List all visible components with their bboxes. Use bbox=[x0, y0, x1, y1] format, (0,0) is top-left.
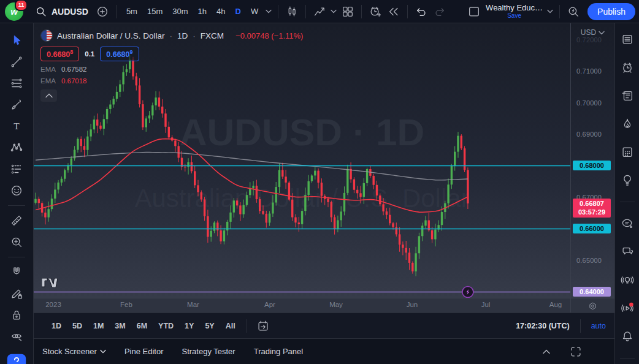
panel-tab-trading-panel[interactable]: Trading Panel bbox=[254, 347, 303, 356]
quick-search-button[interactable] bbox=[564, 2, 583, 21]
tool-xabcd-pattern[interactable] bbox=[6, 140, 27, 156]
panel-maximize-button[interactable] bbox=[567, 343, 585, 361]
publish-button[interactable]: Publish bbox=[587, 3, 635, 20]
trend-line-icon bbox=[10, 55, 23, 69]
price-tick: 0.71000 bbox=[576, 67, 602, 75]
tool-ruler[interactable] bbox=[6, 213, 27, 229]
price-scale[interactable]: USD 0.720000.710000.700000.690000.670000… bbox=[570, 23, 614, 298]
toolbar-left-group: w 11 AUDUSD 5m15m30m1h4hDW bbox=[0, 0, 449, 23]
bottom-panel-actions bbox=[537, 343, 606, 361]
sell-button[interactable]: 0.66808 bbox=[40, 47, 79, 61]
eye-hide-icon bbox=[10, 330, 23, 343]
tool-cursor[interactable] bbox=[6, 32, 27, 48]
timeframe-1h[interactable]: 1h bbox=[194, 4, 211, 18]
timeframe-W[interactable]: W bbox=[247, 4, 262, 18]
compare-add-button[interactable] bbox=[93, 2, 112, 21]
range-5Y[interactable]: 5Y bbox=[201, 319, 218, 333]
indicators-button[interactable] bbox=[310, 2, 329, 21]
sidebar-watchlist[interactable] bbox=[617, 31, 638, 47]
panel-tab-strategy-tester[interactable]: Strategy Tester bbox=[182, 347, 235, 356]
select-layout-button[interactable] bbox=[465, 2, 483, 21]
utc-clock[interactable]: 17:02:30 (UTC) bbox=[516, 322, 570, 330]
symbol-search-button[interactable]: AUDUSD bbox=[29, 2, 93, 21]
sidebar-ideas-bulb[interactable] bbox=[617, 172, 638, 188]
tool-text-tool[interactable]: T bbox=[6, 118, 27, 134]
undo-button[interactable] bbox=[412, 2, 430, 21]
ema-legend-2[interactable]: EMA 0.67018 bbox=[40, 77, 303, 85]
sidebar-news[interactable] bbox=[617, 88, 638, 104]
sidebar-bell[interactable] bbox=[617, 328, 638, 344]
scale-settings-gear[interactable] bbox=[570, 298, 614, 313]
draw-lock-icon bbox=[10, 287, 23, 300]
tradingview-watermark-logo[interactable] bbox=[42, 278, 58, 289]
panel-tab-stock-screener[interactable]: Stock Screener bbox=[42, 347, 106, 356]
redo-button[interactable] bbox=[430, 2, 449, 21]
tool-magnet[interactable] bbox=[6, 264, 27, 280]
range-All[interactable]: All bbox=[221, 319, 240, 333]
sidebar-live-ideas[interactable] bbox=[617, 272, 638, 288]
symbol-header[interactable]: Australian Dollar / U.S. Dollar · 1D · F… bbox=[40, 29, 303, 42]
sidebar-chat[interactable] bbox=[617, 244, 638, 260]
layout-grid-button[interactable] bbox=[339, 2, 357, 21]
tool-help-peek[interactable] bbox=[6, 350, 27, 364]
bottom-panel: Stock ScreenerPine EditorStrategy Tester… bbox=[34, 339, 614, 364]
app-logo[interactable]: w 11 bbox=[5, 2, 23, 21]
tool-fib-lines[interactable] bbox=[6, 75, 27, 91]
sidebar-hotlist-flame[interactable] bbox=[617, 116, 638, 132]
create-alert-button[interactable] bbox=[366, 2, 385, 21]
audusd-flag-icon bbox=[40, 29, 53, 42]
panel-tab-pine-editor[interactable]: Pine Editor bbox=[124, 347, 164, 356]
tool-zoom-in[interactable] bbox=[6, 234, 27, 250]
sidebar-alerts-clock[interactable] bbox=[617, 59, 638, 75]
minds-cloud-icon bbox=[621, 217, 634, 230]
range-5D[interactable]: 5D bbox=[68, 319, 86, 333]
time-label: Jun bbox=[407, 301, 418, 308]
price-tick: 0.70000 bbox=[576, 99, 602, 107]
layout-menu-button[interactable] bbox=[545, 2, 555, 21]
time-axis[interactable]: 2023FebMarAprMayJunJulAug bbox=[34, 298, 614, 313]
ema-legend-1[interactable]: EMA 0.67582 bbox=[40, 66, 303, 73]
timeframe-D[interactable]: D bbox=[231, 4, 245, 18]
alerts-clock-icon bbox=[621, 61, 634, 74]
panel-open-button[interactable] bbox=[537, 343, 556, 361]
timeframe-15m[interactable]: 15m bbox=[143, 4, 167, 18]
go-to-date-button[interactable] bbox=[254, 317, 272, 335]
range-1D[interactable]: 1D bbox=[47, 319, 66, 333]
lightning-replay-marker[interactable] bbox=[462, 287, 473, 298]
range-1Y[interactable]: 1Y bbox=[180, 319, 198, 333]
chart-style-button[interactable] bbox=[283, 2, 301, 21]
layout-name-menu[interactable]: Wealthy Educ… Save bbox=[486, 4, 543, 19]
tool-emoji[interactable] bbox=[6, 183, 27, 199]
forecast-icon bbox=[10, 162, 23, 176]
timeframe-menu-button[interactable] bbox=[264, 2, 274, 21]
ema2-value: 0.67018 bbox=[61, 77, 87, 85]
tool-trend-line[interactable] bbox=[6, 54, 27, 70]
chart-pane[interactable]: AUDUSD · 1D Australian Dollar / U.S. Dol… bbox=[34, 23, 570, 298]
time-label: Apr bbox=[264, 301, 275, 308]
timeframe-30m[interactable]: 30m bbox=[168, 4, 192, 18]
zoom-in-icon bbox=[10, 235, 23, 249]
news-icon bbox=[621, 89, 634, 102]
sidebar-calendar[interactable] bbox=[617, 144, 638, 160]
sidebar-streams-play[interactable] bbox=[617, 300, 638, 316]
tool-eye-hide[interactable] bbox=[6, 328, 27, 344]
last-price-value: 0.66807 bbox=[573, 200, 611, 208]
range-1M[interactable]: 1M bbox=[89, 319, 108, 333]
buy-button[interactable]: 0.66809 bbox=[100, 47, 139, 61]
sidebar-minds-cloud[interactable] bbox=[617, 216, 638, 232]
chevron-down-icon bbox=[266, 9, 272, 13]
tool-brush[interactable] bbox=[6, 97, 27, 113]
legend-collapse-button[interactable] bbox=[40, 89, 57, 102]
timeframe-5m[interactable]: 5m bbox=[122, 4, 142, 18]
bar-replay-button[interactable] bbox=[385, 2, 403, 21]
tool-draw-lock[interactable] bbox=[6, 286, 27, 301]
indicators-menu-button[interactable] bbox=[329, 2, 339, 21]
gear-icon bbox=[588, 301, 597, 311]
range-YTD[interactable]: YTD bbox=[154, 319, 178, 333]
range-3M[interactable]: 3M bbox=[110, 319, 129, 333]
timeframe-4h[interactable]: 4h bbox=[212, 4, 229, 18]
tool-lock[interactable] bbox=[6, 307, 27, 323]
auto-scale-toggle[interactable]: auto bbox=[591, 322, 606, 330]
tool-forecast[interactable] bbox=[6, 161, 27, 177]
range-6M[interactable]: 6M bbox=[132, 319, 151, 333]
